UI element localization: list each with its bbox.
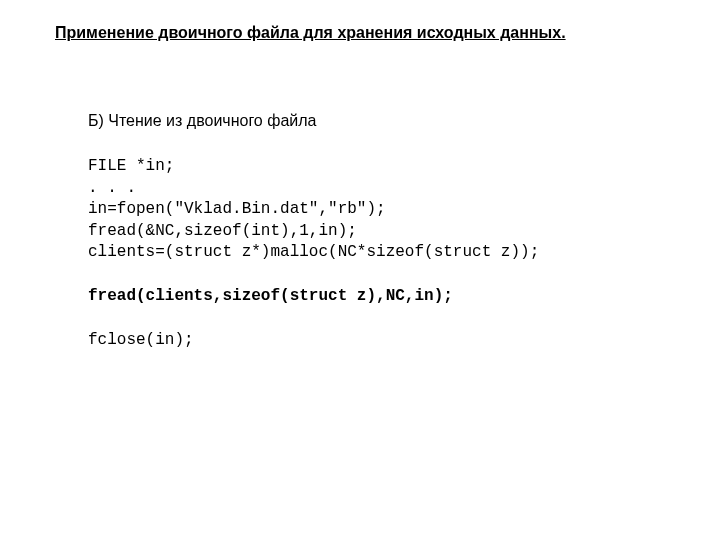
- code-line: in=fopen("Vklad.Bin.dat","rb");: [88, 200, 386, 218]
- page-content: Применение двоичного файла для хранения …: [0, 0, 720, 351]
- code-block-1: FILE *in; . . . in=fopen("Vklad.Bin.dat"…: [88, 156, 665, 264]
- code-line: clients=(struct z*)malloc(NC*sizeof(stru…: [88, 243, 539, 261]
- page-title: Применение двоичного файла для хранения …: [55, 24, 665, 42]
- code-line: fclose(in);: [88, 331, 194, 349]
- code-block-2: fclose(in);: [88, 330, 665, 352]
- code-block-emphasis: fread(clients,sizeof(struct z),NC,in);: [88, 286, 665, 308]
- section-subtitle: Б) Чтение из двоичного файла: [88, 112, 665, 130]
- code-line: fread(&NC,sizeof(int),1,in);: [88, 222, 357, 240]
- code-line: fread(clients,sizeof(struct z),NC,in);: [88, 287, 453, 305]
- code-line: . . .: [88, 179, 136, 197]
- code-line: FILE *in;: [88, 157, 174, 175]
